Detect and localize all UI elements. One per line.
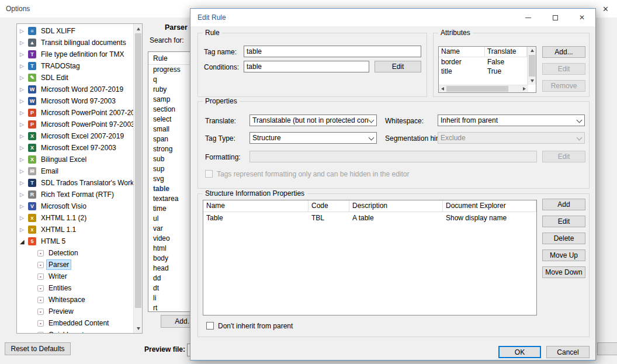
expand-arrow-icon[interactable]: ▷ [20, 133, 28, 139]
expand-arrow-icon[interactable]: ▷ [20, 180, 28, 186]
expand-arrow-icon[interactable]: ▷ [20, 63, 28, 69]
tree-item[interactable]: ▷ x XHTML 1.1 (2) [17, 212, 133, 224]
email-icon: ✉ [28, 167, 36, 175]
tree-item[interactable]: ▷ X Bilingual Excel [17, 154, 133, 165]
expand-arrow-icon[interactable]: ▷ [20, 203, 28, 209]
tree-item[interactable]: ▷ R Rich Text Format (RTF) [17, 189, 133, 200]
close-button[interactable]: ✕ [569, 9, 595, 26]
attributes-add-button[interactable]: Add... [542, 46, 585, 58]
scroll-down-icon[interactable] [528, 77, 536, 85]
conditions-edit-button[interactable]: Edit [375, 61, 421, 72]
ok-button[interactable]: OK [498, 346, 541, 358]
structure-move-down-button[interactable]: Move Down [542, 266, 585, 278]
tree-item[interactable]: ▷ T SDL Trados Translator's Workb [17, 177, 133, 189]
column-document-explorer[interactable]: Document Explorer [443, 200, 536, 212]
tree-item[interactable]: ▷ ≡ SDL XLIFF [17, 25, 133, 37]
maximize-button[interactable] [542, 9, 569, 26]
tag-name-input[interactable] [244, 46, 421, 57]
tree-item[interactable]: ▷ W Microsoft Word 97-2003 [17, 95, 133, 107]
tree-item[interactable]: • QuickInsert [17, 329, 133, 333]
column-name[interactable]: Name [203, 200, 308, 212]
column-name[interactable]: Name [439, 47, 485, 57]
scrollbar-thumb[interactable] [446, 86, 508, 92]
scrollbar-thumb[interactable] [529, 55, 535, 77]
column-code[interactable]: Code [308, 200, 349, 212]
expand-arrow-icon[interactable]: ▷ [20, 145, 28, 151]
attributes-hscrollbar[interactable] [439, 85, 528, 92]
expand-arrow-icon[interactable]: ▷ [20, 75, 28, 81]
attributes-vscrollbar[interactable] [527, 47, 536, 85]
tree-item[interactable]: ▷ ▲ Transit bilingual documents [17, 37, 133, 48]
reset-to-defaults-button[interactable]: Reset to Defaults [5, 342, 71, 355]
tree-item[interactable]: • Detection [17, 247, 133, 259]
tree-item[interactable]: ▷ W Microsoft Word 2007-2019 [17, 84, 133, 95]
properties-group: Properties Translate: Translatable (but … [197, 101, 590, 189]
scroll-up-icon[interactable] [528, 47, 536, 54]
tree-item[interactable]: ▷ X Microsoft Excel 97-2003 [17, 142, 133, 154]
conditions-input[interactable] [244, 61, 369, 72]
tree-item[interactable]: ▷ P Microsoft PowerPoint 97-2003 [17, 119, 133, 130]
structure-add-button[interactable]: Add [542, 199, 585, 210]
attributes-edit-button[interactable]: Edit [542, 63, 585, 75]
expand-arrow-icon[interactable]: ▷ [20, 157, 28, 162]
tree-scrollbar[interactable] [133, 24, 142, 333]
tree-item-label: Preview [46, 306, 76, 317]
tree-item[interactable]: • Writer [17, 271, 133, 282]
expand-arrow-icon[interactable]: ▷ [20, 86, 28, 92]
tree-item[interactable]: ▷ T TRADOStag [17, 60, 133, 72]
dont-inherit-checkbox[interactable] [206, 322, 214, 330]
tree-item[interactable]: • Whitespace [17, 294, 133, 306]
expand-arrow-icon[interactable]: ▷ [20, 192, 28, 197]
expand-arrow-icon[interactable]: ▷ [20, 122, 28, 127]
scroll-right-icon[interactable] [521, 85, 528, 92]
whitespace-select[interactable]: Inherit from parent [438, 115, 585, 126]
structure-row[interactable]: Table TBL A table Show display name [203, 212, 536, 224]
structure-delete-button[interactable]: Delete [542, 233, 585, 244]
tree-item[interactable]: • Preview [17, 306, 133, 317]
tree-item-label: Detection [46, 248, 81, 258]
attribute-row[interactable]: title True [439, 67, 527, 76]
tree-item[interactable]: ▷ x XHTML 1.1 [17, 224, 133, 235]
partial-button[interactable] [597, 342, 617, 355]
scroll-left-icon[interactable] [439, 85, 446, 92]
tree-item[interactable]: • Embedded Content [17, 317, 133, 329]
translate-select[interactable]: Translatable (but not in protected conte… [249, 115, 377, 126]
expand-arrow-icon[interactable]: ▷ [20, 28, 28, 34]
cancel-button[interactable]: Cancel [546, 346, 590, 358]
expand-arrow-icon[interactable]: ▷ [20, 98, 28, 104]
tag-type-select[interactable]: Structure [249, 132, 377, 144]
tree-item[interactable]: ▷ T File type definition for TMX [17, 48, 133, 60]
expand-arrow-icon[interactable]: ▷ [20, 110, 28, 116]
expand-arrow-icon[interactable]: ▷ [20, 215, 28, 221]
formatting-input [249, 151, 537, 162]
attribute-translate-cell: False [485, 57, 527, 67]
expand-arrow-icon[interactable]: ◢ [20, 238, 28, 245]
column-translate[interactable]: Translate [485, 47, 527, 57]
scroll-up-icon[interactable] [134, 24, 143, 33]
structure-edit-button[interactable]: Edit [542, 216, 585, 227]
edit-rule-dialog: Edit Rule ✕ Rule Tag name: Conditions: E… [190, 8, 596, 360]
translate-label: Translate: [205, 117, 236, 125]
tree-item[interactable]: ▷ ✉ Email [17, 165, 133, 177]
tree-item[interactable]: • Parser [17, 259, 133, 271]
expand-arrow-icon[interactable]: ▷ [20, 40, 28, 46]
tree-item[interactable]: • Entities [17, 282, 133, 294]
minimize-button[interactable] [515, 9, 542, 26]
structure-code-cell: TBL [308, 212, 349, 224]
formatting-edit-button[interactable]: Edit [542, 151, 585, 162]
structure-move-up-button[interactable]: Move Up [542, 249, 585, 261]
expand-arrow-icon[interactable]: ▷ [20, 168, 28, 174]
attributes-remove-button[interactable]: Remove [542, 80, 585, 92]
tree-item[interactable]: ▷ P Microsoft PowerPoint 2007-20 [17, 107, 133, 119]
expand-arrow-icon[interactable]: ▷ [20, 51, 28, 57]
tree-item[interactable]: ▷ X Microsoft Excel 2007-2019 [17, 130, 133, 142]
tree-item[interactable]: ▷ ✎ SDL Edit [17, 72, 133, 84]
attribute-row[interactable]: border False [439, 57, 527, 67]
tree-item[interactable]: ▷ V Microsoft Visio [17, 200, 133, 212]
scroll-down-icon[interactable] [134, 324, 143, 333]
scrollbar-thumb[interactable] [135, 33, 141, 308]
close-icon[interactable]: ✕ [602, 5, 609, 13]
expand-arrow-icon[interactable]: ▷ [20, 227, 28, 233]
column-description[interactable]: Description [349, 200, 443, 212]
tree-item[interactable]: ◢ 5 HTML 5 [17, 235, 133, 247]
